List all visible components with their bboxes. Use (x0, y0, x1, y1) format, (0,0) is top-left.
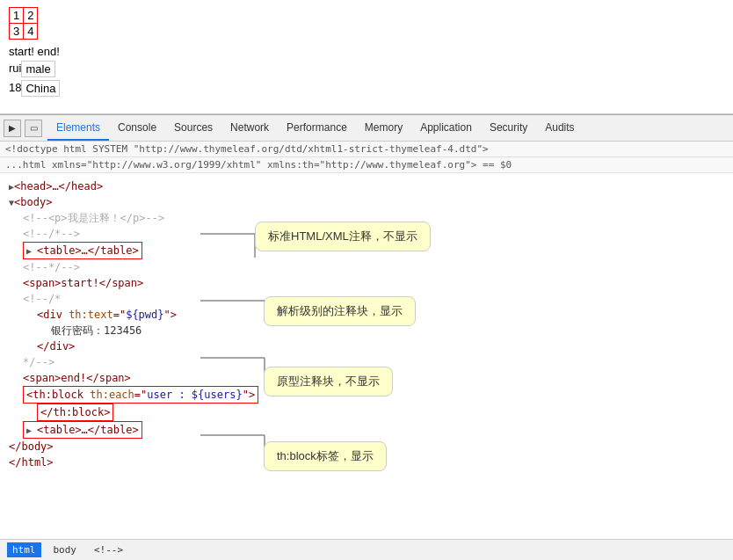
code-line-head: ▶ <head>…</head> (9, 178, 724, 194)
arrow-table2: ▶ (26, 425, 37, 435)
span-start-tag: <span>start!</span> (23, 275, 143, 291)
div-th-tag: <div th:text="${pwd}"> (37, 307, 177, 323)
thblock-highlighted: <th:block th:each="user : ${users}"> (23, 386, 258, 404)
body-close-tag: </body> (9, 439, 54, 455)
thblock-close-highlighted: </th:block> (37, 404, 113, 421)
code-line-span-start: <span>start!</span> (9, 275, 724, 291)
cell-2-2: 4 (24, 24, 38, 40)
html-close-tag: </html> (9, 455, 54, 470)
comment1-text: <!--<p>我是注释！</p>--> (23, 210, 164, 226)
comment3-text: <!--*/--> (23, 259, 80, 275)
devtools-panel: ▶ ▭ Elements Console Sources Network Per… (0, 114, 733, 560)
comment4-text: <!--/* (23, 291, 61, 307)
table1-tag: <table>…</table> (37, 244, 139, 257)
code-line-div-close: </div> (9, 338, 724, 354)
tooltip-1: 标准HTML/XML注释，不显示 (255, 222, 431, 251)
table2-tag: <table>…</table> (37, 424, 139, 436)
tab-network[interactable]: Network (221, 115, 278, 141)
tooltip-1-text: 标准HTML/XML注释，不显示 (268, 229, 417, 243)
bank-text: 银行密码：123456 (51, 323, 142, 338)
tooltip-2: 解析级别的注释块，显示 (264, 296, 416, 326)
tab-performance[interactable]: Performance (278, 115, 356, 141)
status-html[interactable]: html (7, 542, 41, 557)
div-close-tag: </div> (37, 338, 75, 354)
grid-table: 1 2 3 4 (9, 7, 38, 40)
head-tag: <head>…</head> (14, 178, 103, 194)
device-icon[interactable]: ▭ (25, 120, 42, 137)
devtools-status-bar: html body <!--> (0, 539, 733, 560)
tab-sources[interactable]: Sources (165, 115, 221, 141)
tab-memory[interactable]: Memory (356, 115, 411, 141)
status-comment[interactable]: <!--> (89, 542, 128, 557)
devtools-html-line: ...html xmlns="http://www.w3.org/1999/xh… (0, 157, 733, 173)
code-line-table2: ▶ <table>…</table> (9, 421, 724, 439)
inline-table-1: male (21, 61, 54, 77)
thblock-open: <th:block th:each="user : ${users}"> (26, 389, 255, 401)
code-line-thblock-close: </th:block> (9, 404, 724, 421)
code-line-body: ▼ <body> (9, 194, 724, 210)
cell-2-1: 3 (10, 24, 24, 40)
text-line2: ruimale (9, 61, 724, 77)
tab-console[interactable]: Console (109, 115, 165, 141)
text-line1: start! end! (9, 45, 724, 58)
tab-audits[interactable]: Audits (536, 115, 583, 141)
rui-label: rui (9, 62, 21, 75)
span-end-tag: <span>end!</span> (23, 370, 131, 386)
cell-1-1: 1 (10, 8, 24, 24)
inspect-icon[interactable]: ▶ (4, 120, 21, 137)
tab-icon-group: ▶ ▭ (4, 120, 42, 137)
devtools-tab-bar: ▶ ▭ Elements Console Sources Network Per… (0, 115, 733, 142)
html-attr-text: ...html xmlns="http://www.w3.org/1999/xh… (5, 159, 512, 171)
devtools-toolbar: <!doctype html SYSTEM "http://www.thymel… (0, 142, 733, 157)
table2-highlighted: ▶ <table>…</table> (23, 421, 142, 439)
male-cell: male (22, 62, 54, 77)
tooltip-3-text: 原型注释块，不显示 (277, 375, 380, 388)
code-panel[interactable]: ▶ <head>…</head> ▼ <body> <!--<p>我是注释！</… (0, 173, 733, 539)
table1-highlighted: ▶ <table>…</table> (23, 242, 142, 259)
status-body[interactable]: body (48, 542, 83, 557)
china-cell: China (22, 81, 60, 97)
tab-security[interactable]: Security (481, 115, 536, 141)
comment2-text: <!--/*--> (23, 226, 80, 242)
tooltip-4: th:block标签，显示 (264, 441, 387, 471)
tooltip-4-text: th:block标签，显示 (277, 449, 374, 462)
inline-table-2: China (21, 80, 60, 97)
text-line3: 18China (9, 80, 724, 97)
body-tag: <body> (14, 194, 52, 210)
comment5-text: */--> (23, 354, 54, 370)
tooltip-3: 原型注释块，不显示 (264, 367, 393, 396)
doctype-text: <!doctype html SYSTEM "http://www.thymel… (5, 143, 489, 155)
devtools-body: ▶ <head>…</head> ▼ <body> <!--<p>我是注释！</… (0, 173, 733, 539)
tab-application[interactable]: Application (411, 115, 481, 141)
tooltip-2-text: 解析级别的注释块，显示 (277, 304, 403, 317)
page-content: 1 2 3 4 start! end! ruimale 18China (0, 0, 733, 114)
arrow-table1: ▶ (26, 246, 37, 256)
tab-elements[interactable]: Elements (47, 115, 109, 141)
thblock-close-tag: </th:block> (40, 406, 110, 418)
age-label: 18 (9, 81, 21, 94)
code-line-comment3: <!--*/--> (9, 259, 724, 275)
cell-1-2: 2 (24, 8, 38, 24)
